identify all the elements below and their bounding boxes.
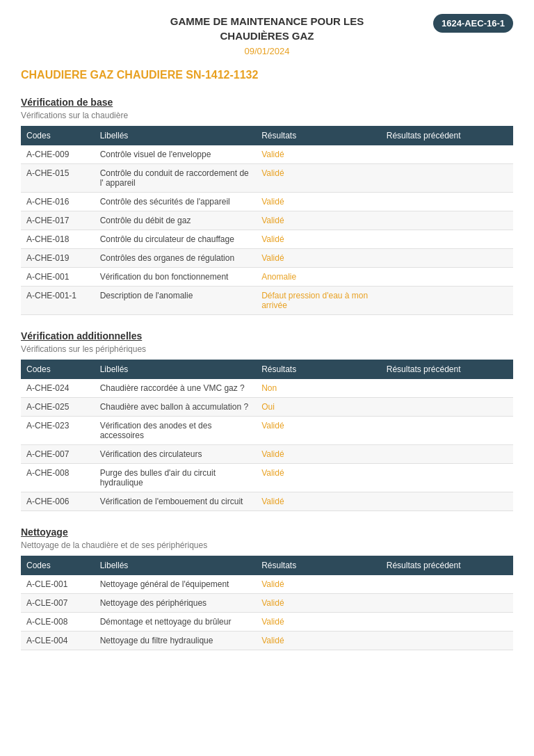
table-row: A-CHE-015Contrôle du conduit de raccorde…	[21, 164, 513, 193]
cell-libelle: Nettoyage des périphériques	[95, 594, 256, 613]
table-verification-additionnelles: CodesLibellésRésultatsRésultats précéden…	[21, 360, 513, 511]
col-header-3: Résultats précédent	[381, 360, 513, 379]
cell-libelle: Purge des bulles d'air du circuit hydrau…	[95, 464, 256, 492]
cell-result: Validé	[256, 492, 381, 511]
cell-libelle: Vérification des circulateurs	[95, 445, 256, 464]
cell-prev	[381, 230, 513, 249]
section-subtitle-verification-additionnelles: Vérifications sur les périphériques	[21, 344, 513, 354]
cell-result: Validé	[256, 145, 381, 164]
cell-libelle: Chaudière raccordée à une VMC gaz ?	[95, 379, 256, 398]
page-header: GAMME DE MAINTENANCE POUR LES CHAUDIÈRES…	[21, 14, 513, 56]
cell-prev	[381, 145, 513, 164]
cell-code: A-CHE-019	[21, 249, 95, 268]
main-title: CHAUDIERE GAZ CHAUDIERE SN-1412-1132	[21, 69, 513, 81]
col-header-1: Libellés	[95, 360, 256, 379]
cell-prev	[381, 632, 513, 650]
col-header-2: Résultats	[256, 556, 381, 575]
cell-prev	[381, 211, 513, 230]
table-row: A-CLE-007Nettoyage des périphériquesVali…	[21, 594, 513, 613]
section-title-verification-additionnelles: Vérification additionnelles	[21, 330, 513, 341]
cell-libelle: Chaudière avec ballon à accumulation ?	[95, 398, 256, 417]
cell-result: Défaut pression d'eau à mon arrivée	[256, 287, 381, 315]
header-date: 09/01/2024	[21, 46, 513, 56]
table-row: A-CHE-018Contrôle du circulateur de chau…	[21, 230, 513, 249]
cell-code: A-CHE-009	[21, 145, 95, 164]
col-header-1: Libellés	[95, 556, 256, 575]
cell-libelle: Description de l'anomalie	[95, 287, 256, 315]
table-row: A-CLE-004Nettoyage du filtre hydraulique…	[21, 632, 513, 650]
table-row: A-CHE-017Contrôle du débit de gazValidé	[21, 211, 513, 230]
cell-prev	[381, 398, 513, 417]
cell-prev	[381, 287, 513, 315]
cell-code: A-CHE-024	[21, 379, 95, 398]
table-nettoyage: CodesLibellésRésultatsRésultats précéden…	[21, 556, 513, 650]
cell-prev	[381, 445, 513, 464]
cell-libelle: Nettoyage général de l'équipement	[95, 575, 256, 594]
cell-result: Validé	[256, 164, 381, 193]
table-row: A-CHE-019Contrôles des organes de régula…	[21, 249, 513, 268]
col-header-3: Résultats précédent	[381, 126, 513, 145]
cell-code: A-CHE-023	[21, 417, 95, 445]
table-row: A-CHE-025Chaudière avec ballon à accumul…	[21, 398, 513, 417]
table-row: A-CHE-016Contrôle des sécurités de l'app…	[21, 193, 513, 211]
table-row: A-CHE-009Contrôle visuel de l'enveloppeV…	[21, 145, 513, 164]
cell-libelle: Nettoyage du filtre hydraulique	[95, 632, 256, 650]
table-row: A-CHE-006Vérification de l'embouement du…	[21, 492, 513, 511]
section-title-nettoyage: Nettoyage	[21, 526, 513, 538]
col-header-2: Résultats	[256, 360, 381, 379]
cell-result: Validé	[256, 249, 381, 268]
cell-code: A-CHE-001	[21, 268, 95, 287]
cell-result: Validé	[256, 193, 381, 211]
cell-libelle: Contrôle des sécurités de l'appareil	[95, 193, 256, 211]
cell-prev	[381, 594, 513, 613]
cell-prev	[381, 164, 513, 193]
table-row: A-CHE-008Purge des bulles d'air du circu…	[21, 464, 513, 492]
cell-result: Validé	[256, 445, 381, 464]
cell-libelle: Contrôle du conduit de raccordement de l…	[95, 164, 256, 193]
cell-result: Validé	[256, 230, 381, 249]
cell-result: Validé	[256, 632, 381, 650]
cell-result: Oui	[256, 398, 381, 417]
cell-libelle: Contrôle du circulateur de chauffage	[95, 230, 256, 249]
cell-result: Validé	[256, 575, 381, 594]
cell-result: Validé	[256, 464, 381, 492]
cell-code: A-CHE-025	[21, 398, 95, 417]
table-row: A-CLE-008Démontage et nettoyage du brûle…	[21, 613, 513, 632]
cell-libelle: Contrôle visuel de l'enveloppe	[95, 145, 256, 164]
table-row: A-CLE-001Nettoyage général de l'équipeme…	[21, 575, 513, 594]
col-header-1: Libellés	[95, 126, 256, 145]
col-header-0: Codes	[21, 360, 95, 379]
cell-result: Validé	[256, 211, 381, 230]
table-verification-base: CodesLibellésRésultatsRésultats précéden…	[21, 126, 513, 315]
cell-code: A-CHE-008	[21, 464, 95, 492]
cell-result: Validé	[256, 594, 381, 613]
cell-libelle: Démontage et nettoyage du brûleur	[95, 613, 256, 632]
cell-code: A-CHE-006	[21, 492, 95, 511]
cell-result: Anomalie	[256, 268, 381, 287]
cell-libelle: Vérification des anodes et des accessoir…	[95, 417, 256, 445]
cell-prev	[381, 249, 513, 268]
cell-code: A-CLE-001	[21, 575, 95, 594]
cell-prev	[381, 575, 513, 594]
cell-code: A-CHE-016	[21, 193, 95, 211]
cell-prev	[381, 193, 513, 211]
section-subtitle-verification-base: Vérifications sur la chaudière	[21, 111, 513, 120]
table-row: A-CHE-023Vérification des anodes et des …	[21, 417, 513, 445]
table-row: A-CHE-001Vérification du bon fonctionnem…	[21, 268, 513, 287]
cell-libelle: Vérification du bon fonctionnement	[95, 268, 256, 287]
sections-container: Vérification de baseVérifications sur la…	[21, 97, 513, 650]
cell-prev	[381, 492, 513, 511]
col-header-0: Codes	[21, 556, 95, 575]
section-title-verification-base: Vérification de base	[21, 97, 513, 108]
cell-prev	[381, 417, 513, 445]
cell-code: A-CHE-017	[21, 211, 95, 230]
cell-code: A-CLE-007	[21, 594, 95, 613]
cell-libelle: Contrôle du débit de gaz	[95, 211, 256, 230]
cell-prev	[381, 379, 513, 398]
table-row: A-CHE-024Chaudière raccordée à une VMC g…	[21, 379, 513, 398]
table-row: A-CHE-001-1Description de l'anomalieDéfa…	[21, 287, 513, 315]
col-header-2: Résultats	[256, 126, 381, 145]
table-row: A-CHE-007Vérification des circulateursVa…	[21, 445, 513, 464]
section-subtitle-nettoyage: Nettoyage de la chaudière et de ses péri…	[21, 540, 513, 550]
cell-prev	[381, 464, 513, 492]
